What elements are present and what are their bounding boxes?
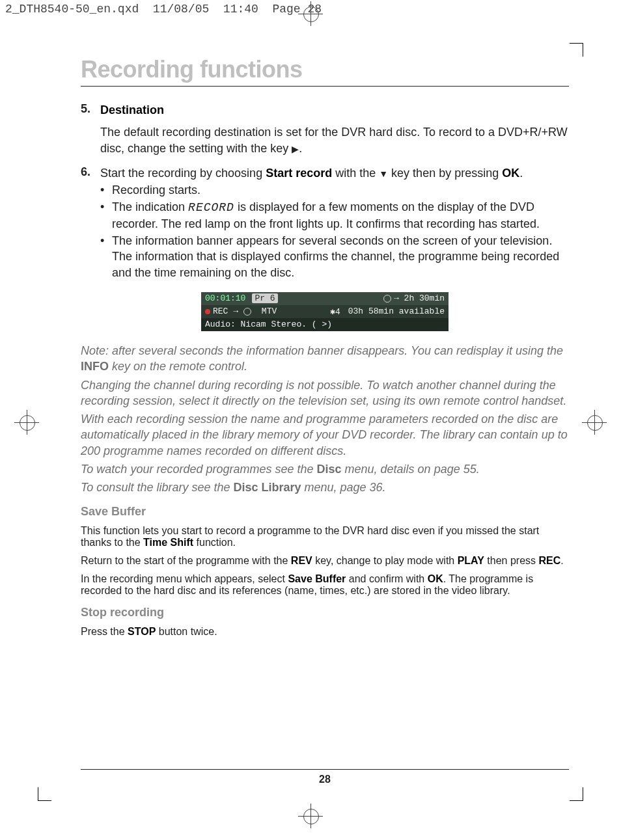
text: → 2h 30min bbox=[394, 293, 445, 303]
step-5-body: The default recording destination is set… bbox=[100, 124, 569, 156]
footer-rule bbox=[81, 769, 569, 770]
text: Return to the start of the programme wit… bbox=[81, 555, 291, 566]
banner-quality: ✱4 bbox=[326, 306, 344, 317]
display-text: RECORD bbox=[188, 201, 234, 214]
text: menu, details on page 55. bbox=[342, 463, 480, 476]
down-key-icon bbox=[379, 167, 388, 180]
text: REC → bbox=[213, 306, 238, 316]
banner-audio: Audio: Nicam Stereo. ( >) bbox=[201, 319, 336, 329]
text: function. bbox=[193, 537, 236, 548]
text: Note: after several seconds the informat… bbox=[81, 344, 563, 357]
bullet-icon: • bbox=[100, 233, 112, 280]
disc-icon bbox=[383, 295, 391, 303]
save-buffer-p3: In the recording menu which appears, sel… bbox=[81, 573, 569, 597]
ok-label: OK bbox=[428, 573, 443, 584]
bullet-text: The indication RECORD is displayed for a… bbox=[112, 199, 569, 232]
text: To consult the library see the bbox=[81, 481, 233, 494]
save-buffer-p1: This function lets you start to record a… bbox=[81, 525, 569, 549]
note-text: With each recording session the name and… bbox=[81, 411, 569, 459]
bullet-icon: • bbox=[100, 199, 112, 232]
registration-mark-bottom bbox=[298, 804, 323, 828]
banner-time: 00:01:10 bbox=[201, 293, 249, 303]
bullet-text: The information banner appears for sever… bbox=[112, 233, 569, 280]
text: The indication bbox=[112, 200, 188, 213]
text: key, change to play mode with bbox=[312, 555, 458, 566]
rev-key-label: REV bbox=[291, 555, 312, 566]
registration-mark-top bbox=[298, 1, 323, 26]
crop-mark bbox=[38, 787, 51, 801]
note-text: Changing the channel during recording is… bbox=[81, 377, 569, 409]
rec-key-label: REC bbox=[538, 555, 560, 566]
text: button twice. bbox=[156, 626, 217, 637]
save-buffer-p2: Return to the start of the programme wit… bbox=[81, 555, 569, 567]
step-number: 6. bbox=[81, 165, 100, 280]
page-body: Recording functions 5. Destination The d… bbox=[52, 43, 569, 644]
info-key-label: INFO bbox=[81, 360, 109, 373]
ok-label: OK bbox=[502, 167, 519, 180]
rec-dot-icon bbox=[205, 309, 210, 314]
banner-channel: MTV bbox=[258, 306, 281, 316]
text: and confirm with bbox=[346, 573, 427, 584]
text: . bbox=[519, 167, 523, 180]
step-5: 5. Destination bbox=[81, 102, 569, 118]
banner-rec: REC → bbox=[201, 306, 258, 316]
save-buffer-label: Save Buffer bbox=[288, 573, 346, 584]
banner-programme: Pr 6 bbox=[252, 293, 277, 303]
step-6: 6. Start the recording by choosing Start… bbox=[81, 165, 569, 280]
text: then press bbox=[484, 555, 539, 566]
bullet-text: Recording starts. bbox=[112, 182, 200, 198]
text: The default recording destination is set… bbox=[100, 126, 568, 154]
text: key on the remote control. bbox=[109, 360, 247, 373]
title-rule bbox=[81, 86, 569, 87]
stop-recording-heading: Stop recording bbox=[81, 606, 569, 619]
step-number: 5. bbox=[81, 102, 100, 118]
step-heading: Destination bbox=[100, 103, 164, 116]
play-key-label: PLAY bbox=[458, 555, 484, 566]
disc-menu-label: Disc bbox=[317, 463, 342, 476]
banner-available: 03h 58min available bbox=[344, 306, 448, 316]
stop-recording-p1: Press the STOP button twice. bbox=[81, 626, 569, 638]
start-record-label: Start record bbox=[266, 167, 332, 180]
registration-mark-right bbox=[582, 410, 607, 437]
source-file-path: 2_DTH8540-50_en.qxd 11/08/05 11:40 Page … bbox=[5, 3, 322, 16]
text: In the recording menu which appears, sel… bbox=[81, 573, 288, 584]
stop-key-label: STOP bbox=[128, 626, 156, 637]
text: Press the bbox=[81, 626, 128, 637]
save-buffer-heading: Save Buffer bbox=[81, 505, 569, 519]
right-key-icon bbox=[292, 142, 299, 155]
bullet-icon: • bbox=[100, 182, 112, 198]
page-footer: 28 bbox=[81, 769, 569, 785]
crop-mark bbox=[570, 43, 583, 57]
text: . bbox=[560, 555, 563, 566]
text: Start the recording by choosing bbox=[100, 167, 266, 180]
osd-banner: 00:01:10 Pr 6 → 2h 30min REC → MTV ✱4 03… bbox=[201, 292, 448, 331]
registration-mark-left bbox=[14, 410, 39, 437]
text: with the bbox=[332, 167, 379, 180]
crop-mark bbox=[570, 787, 583, 801]
page-number: 28 bbox=[319, 774, 331, 785]
banner-dest: → 2h 30min bbox=[380, 293, 448, 303]
page-title: Recording functions bbox=[81, 56, 569, 83]
disc-icon bbox=[243, 308, 251, 316]
text: key then by pressing bbox=[388, 167, 502, 180]
time-shift-label: Time Shift bbox=[143, 537, 193, 548]
note-block: Note: after several seconds the informat… bbox=[81, 343, 569, 496]
text: To watch your recorded programmes see th… bbox=[81, 463, 317, 476]
disc-library-label: Disc Library bbox=[233, 481, 301, 494]
text: menu, page 36. bbox=[301, 481, 386, 494]
text: . bbox=[299, 142, 302, 155]
